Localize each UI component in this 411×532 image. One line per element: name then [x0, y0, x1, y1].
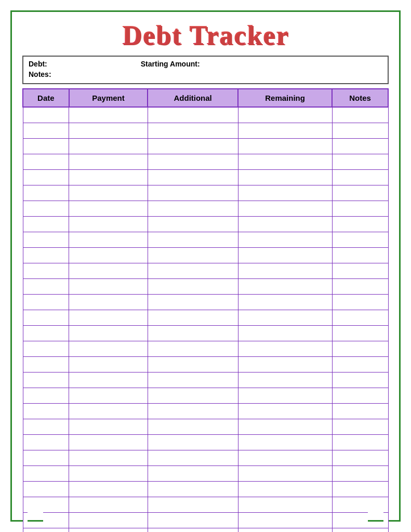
table-cell[interactable] [238, 372, 332, 388]
table-cell[interactable] [332, 419, 388, 434]
table-cell[interactable] [332, 356, 388, 372]
table-cell[interactable] [332, 325, 388, 341]
table-cell[interactable] [238, 341, 332, 356]
table-cell[interactable] [69, 201, 148, 216]
table-cell[interactable] [148, 294, 238, 310]
table-cell[interactable] [148, 138, 238, 154]
table-cell[interactable] [332, 216, 388, 232]
table-cell[interactable] [238, 278, 332, 294]
table-cell[interactable] [69, 310, 148, 325]
table-cell[interactable] [332, 497, 388, 512]
table-cell[interactable] [69, 512, 148, 528]
table-cell[interactable] [69, 169, 148, 185]
table-cell[interactable] [332, 278, 388, 294]
table-cell[interactable] [148, 419, 238, 434]
table-cell[interactable] [148, 434, 238, 450]
table-cell[interactable] [148, 403, 238, 419]
table-cell[interactable] [23, 107, 69, 123]
table-cell[interactable] [148, 232, 238, 247]
table-cell[interactable] [332, 528, 388, 532]
table-cell[interactable] [148, 512, 238, 528]
table-cell[interactable] [69, 356, 148, 372]
table-cell[interactable] [23, 434, 69, 450]
table-cell[interactable] [238, 419, 332, 434]
table-cell[interactable] [332, 107, 388, 123]
table-cell[interactable] [238, 123, 332, 138]
table-cell[interactable] [238, 356, 332, 372]
table-cell[interactable] [332, 310, 388, 325]
table-cell[interactable] [23, 450, 69, 466]
table-cell[interactable] [238, 107, 332, 123]
table-cell[interactable] [148, 356, 238, 372]
table-cell[interactable] [23, 185, 69, 201]
table-cell[interactable] [148, 341, 238, 356]
table-cell[interactable] [69, 107, 148, 123]
table-cell[interactable] [238, 497, 332, 512]
table-cell[interactable] [148, 185, 238, 201]
table-cell[interactable] [238, 294, 332, 310]
table-cell[interactable] [69, 481, 148, 497]
table-cell[interactable] [148, 107, 238, 123]
table-cell[interactable] [23, 263, 69, 278]
table-cell[interactable] [238, 154, 332, 169]
table-cell[interactable] [332, 169, 388, 185]
table-cell[interactable] [332, 138, 388, 154]
table-cell[interactable] [69, 263, 148, 278]
table-cell[interactable] [69, 216, 148, 232]
table-cell[interactable] [23, 325, 69, 341]
table-cell[interactable] [23, 278, 69, 294]
table-cell[interactable] [69, 247, 148, 263]
table-cell[interactable] [23, 403, 69, 419]
table-cell[interactable] [23, 497, 69, 512]
table-cell[interactable] [148, 325, 238, 341]
table-cell[interactable] [238, 512, 332, 528]
table-cell[interactable] [69, 341, 148, 356]
table-cell[interactable] [69, 138, 148, 154]
table-cell[interactable] [23, 247, 69, 263]
table-cell[interactable] [238, 216, 332, 232]
table-cell[interactable] [332, 185, 388, 201]
table-cell[interactable] [23, 294, 69, 310]
table-cell[interactable] [148, 372, 238, 388]
table-cell[interactable] [148, 528, 238, 532]
table-cell[interactable] [238, 466, 332, 481]
table-cell[interactable] [238, 169, 332, 185]
table-cell[interactable] [69, 123, 148, 138]
table-cell[interactable] [238, 201, 332, 216]
table-cell[interactable] [148, 466, 238, 481]
table-cell[interactable] [23, 201, 69, 216]
table-cell[interactable] [23, 169, 69, 185]
table-cell[interactable] [238, 232, 332, 247]
table-cell[interactable] [332, 247, 388, 263]
table-cell[interactable] [23, 528, 69, 532]
table-cell[interactable] [23, 466, 69, 481]
table-cell[interactable] [69, 372, 148, 388]
table-cell[interactable] [23, 356, 69, 372]
table-cell[interactable] [23, 388, 69, 403]
table-cell[interactable] [148, 154, 238, 169]
table-cell[interactable] [23, 481, 69, 497]
table-cell[interactable] [238, 325, 332, 341]
table-cell[interactable] [23, 310, 69, 325]
table-cell[interactable] [69, 434, 148, 450]
table-cell[interactable] [238, 310, 332, 325]
table-cell[interactable] [332, 481, 388, 497]
table-cell[interactable] [332, 341, 388, 356]
table-cell[interactable] [69, 185, 148, 201]
table-cell[interactable] [23, 138, 69, 154]
table-cell[interactable] [332, 450, 388, 466]
table-cell[interactable] [23, 372, 69, 388]
table-cell[interactable] [69, 419, 148, 434]
table-cell[interactable] [148, 450, 238, 466]
table-cell[interactable] [69, 294, 148, 310]
table-cell[interactable] [23, 341, 69, 356]
table-cell[interactable] [332, 403, 388, 419]
table-cell[interactable] [238, 434, 332, 450]
table-cell[interactable] [332, 466, 388, 481]
table-cell[interactable] [238, 403, 332, 419]
table-cell[interactable] [332, 154, 388, 169]
table-cell[interactable] [69, 388, 148, 403]
table-cell[interactable] [148, 247, 238, 263]
table-cell[interactable] [332, 263, 388, 278]
table-cell[interactable] [148, 201, 238, 216]
